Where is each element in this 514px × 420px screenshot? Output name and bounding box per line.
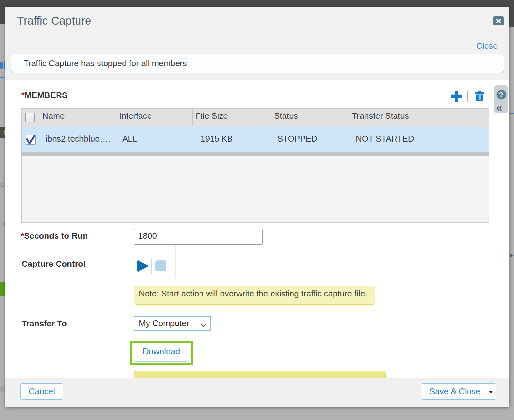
svg-text:?: ? — [499, 91, 503, 99]
